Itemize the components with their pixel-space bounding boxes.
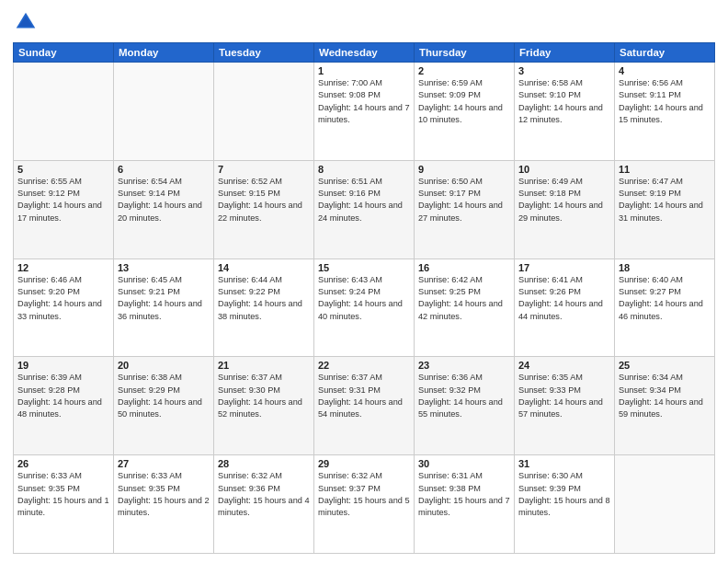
sunset-text: Sunset: 9:10 PM <box>518 90 581 99</box>
sunset-text: Sunset: 9:20 PM <box>17 287 80 296</box>
sunset-text: Sunset: 9:36 PM <box>218 484 280 493</box>
day-number: 22 <box>318 360 410 371</box>
sunset-text: Sunset: 9:29 PM <box>118 385 180 395</box>
sunrise-text: Sunrise: 6:49 AM <box>518 177 583 186</box>
sunrise-text: Sunrise: 6:32 AM <box>218 471 282 480</box>
sunset-text: Sunset: 9:32 PM <box>418 385 481 395</box>
sunrise-text: Sunrise: 6:56 AM <box>619 78 683 87</box>
calendar-cell: 17Sunrise: 6:41 AMSunset: 9:26 PMDayligh… <box>515 259 615 357</box>
sunset-text: Sunset: 9:39 PM <box>518 484 581 493</box>
cell-content: Sunrise: 6:49 AMSunset: 9:18 PMDaylight:… <box>518 176 610 224</box>
day-number: 29 <box>318 458 410 469</box>
page: SundayMondayTuesdayWednesdayThursdayFrid… <box>0 0 728 563</box>
cell-content: Sunrise: 6:33 AMSunset: 9:35 PMDaylight:… <box>17 470 109 519</box>
sunset-text: Sunset: 9:31 PM <box>318 385 381 395</box>
calendar-cell <box>615 455 715 554</box>
calendar-cell: 2Sunrise: 6:59 AMSunset: 9:09 PMDaylight… <box>415 63 515 161</box>
calendar-cell: 7Sunrise: 6:52 AMSunset: 9:15 PMDaylight… <box>214 160 314 259</box>
cell-content: Sunrise: 6:39 AMSunset: 9:28 PMDaylight:… <box>17 372 109 420</box>
day-number: 4 <box>619 65 711 76</box>
sunset-text: Sunset: 9:33 PM <box>518 385 581 395</box>
sunset-text: Sunset: 9:27 PM <box>619 287 681 296</box>
sunset-text: Sunset: 9:08 PM <box>318 90 381 99</box>
sunrise-text: Sunrise: 6:59 AM <box>418 78 483 87</box>
cell-content: Sunrise: 7:00 AMSunset: 9:08 PMDaylight:… <box>318 77 410 126</box>
day-number: 13 <box>118 262 210 273</box>
calendar-cell: 30Sunrise: 6:31 AMSunset: 9:38 PMDayligh… <box>415 455 515 554</box>
calendar-cell: 23Sunrise: 6:36 AMSunset: 9:32 PMDayligh… <box>415 357 515 455</box>
sunset-text: Sunset: 9:19 PM <box>619 189 681 198</box>
calendar-cell: 6Sunrise: 6:54 AMSunset: 9:14 PMDaylight… <box>114 160 214 259</box>
calendar-cell: 5Sunrise: 6:55 AMSunset: 9:12 PMDaylight… <box>14 160 114 259</box>
sunrise-text: Sunrise: 6:45 AM <box>118 275 182 284</box>
sunrise-text: Sunrise: 6:55 AM <box>17 177 82 186</box>
calendar-cell <box>14 63 114 161</box>
day-number: 16 <box>418 262 510 273</box>
calendar-cell: 18Sunrise: 6:40 AMSunset: 9:27 PMDayligh… <box>615 259 715 357</box>
calendar-cell: 29Sunrise: 6:32 AMSunset: 9:37 PMDayligh… <box>314 455 415 554</box>
cell-content: Sunrise: 6:56 AMSunset: 9:11 PMDaylight:… <box>619 77 711 126</box>
daylight-text: Daylight: 15 hours and 2 minutes. <box>118 496 210 517</box>
sunrise-text: Sunrise: 6:37 AM <box>218 373 282 382</box>
cell-content: Sunrise: 6:36 AMSunset: 9:32 PMDaylight:… <box>418 372 510 420</box>
day-number: 1 <box>318 65 410 76</box>
weekday-header-monday: Monday <box>114 43 214 63</box>
calendar-cell: 16Sunrise: 6:42 AMSunset: 9:25 PMDayligh… <box>415 259 515 357</box>
cell-content: Sunrise: 6:31 AMSunset: 9:38 PMDaylight:… <box>418 470 510 519</box>
day-number: 25 <box>619 360 711 371</box>
sunrise-text: Sunrise: 6:35 AM <box>518 373 583 382</box>
sunrise-text: Sunrise: 6:34 AM <box>619 373 683 382</box>
cell-content: Sunrise: 6:51 AMSunset: 9:16 PMDaylight:… <box>318 176 410 224</box>
daylight-text: Daylight: 14 hours and 54 minutes. <box>318 397 403 419</box>
day-number: 15 <box>318 262 410 273</box>
daylight-text: Daylight: 14 hours and 15 minutes. <box>619 103 703 124</box>
daylight-text: Daylight: 14 hours and 42 minutes. <box>418 299 503 320</box>
daylight-text: Daylight: 14 hours and 22 minutes. <box>218 201 302 222</box>
day-number: 30 <box>418 458 510 469</box>
daylight-text: Daylight: 14 hours and 29 minutes. <box>518 201 603 222</box>
daylight-text: Daylight: 15 hours and 1 minute. <box>17 496 109 517</box>
weekday-header-tuesday: Tuesday <box>214 43 314 63</box>
daylight-text: Daylight: 14 hours and 17 minutes. <box>17 201 102 222</box>
daylight-text: Daylight: 14 hours and 12 minutes. <box>518 103 603 124</box>
cell-content: Sunrise: 6:41 AMSunset: 9:26 PMDaylight:… <box>518 274 610 323</box>
sunrise-text: Sunrise: 6:50 AM <box>418 177 483 186</box>
day-number: 24 <box>518 360 610 371</box>
sunset-text: Sunset: 9:35 PM <box>17 484 80 493</box>
daylight-text: Daylight: 15 hours and 4 minutes. <box>218 496 310 517</box>
sunset-text: Sunset: 9:38 PM <box>418 484 481 493</box>
daylight-text: Daylight: 15 hours and 7 minutes. <box>418 496 510 517</box>
weekday-header-row: SundayMondayTuesdayWednesdayThursdayFrid… <box>14 43 715 63</box>
cell-content: Sunrise: 6:40 AMSunset: 9:27 PMDaylight:… <box>619 274 711 323</box>
cell-content: Sunrise: 6:43 AMSunset: 9:24 PMDaylight:… <box>318 274 410 323</box>
day-number: 6 <box>118 164 210 175</box>
cell-content: Sunrise: 6:44 AMSunset: 9:22 PMDaylight:… <box>218 274 310 323</box>
cell-content: Sunrise: 6:38 AMSunset: 9:29 PMDaylight:… <box>118 372 210 420</box>
day-number: 14 <box>218 262 310 273</box>
calendar-cell: 14Sunrise: 6:44 AMSunset: 9:22 PMDayligh… <box>214 259 314 357</box>
calendar-cell: 12Sunrise: 6:46 AMSunset: 9:20 PMDayligh… <box>14 259 114 357</box>
cell-content: Sunrise: 6:42 AMSunset: 9:25 PMDaylight:… <box>418 274 510 323</box>
sunset-text: Sunset: 9:22 PM <box>218 287 280 296</box>
calendar-cell: 25Sunrise: 6:34 AMSunset: 9:34 PMDayligh… <box>615 357 715 455</box>
cell-content: Sunrise: 6:37 AMSunset: 9:30 PMDaylight:… <box>218 372 310 420</box>
calendar-cell: 19Sunrise: 6:39 AMSunset: 9:28 PMDayligh… <box>14 357 114 455</box>
daylight-text: Daylight: 14 hours and 36 minutes. <box>118 299 202 320</box>
day-number: 10 <box>518 164 610 175</box>
daylight-text: Daylight: 14 hours and 33 minutes. <box>17 299 102 320</box>
sunrise-text: Sunrise: 6:54 AM <box>118 177 182 186</box>
sunrise-text: Sunrise: 6:33 AM <box>17 471 82 480</box>
sunrise-text: Sunrise: 6:30 AM <box>518 471 583 480</box>
sunrise-text: Sunrise: 6:47 AM <box>619 177 683 186</box>
week-row-2: 12Sunrise: 6:46 AMSunset: 9:20 PMDayligh… <box>14 259 715 357</box>
sunrise-text: Sunrise: 6:42 AM <box>418 275 483 284</box>
day-number: 5 <box>17 164 109 175</box>
sunset-text: Sunset: 9:26 PM <box>518 287 581 296</box>
sunrise-text: Sunrise: 6:38 AM <box>118 373 182 382</box>
sunset-text: Sunset: 9:11 PM <box>619 90 681 99</box>
cell-content: Sunrise: 6:50 AMSunset: 9:17 PMDaylight:… <box>418 176 510 224</box>
daylight-text: Daylight: 14 hours and 10 minutes. <box>418 103 503 124</box>
weekday-header-wednesday: Wednesday <box>314 43 415 63</box>
sunrise-text: Sunrise: 6:41 AM <box>518 275 583 284</box>
logo <box>13 9 42 35</box>
